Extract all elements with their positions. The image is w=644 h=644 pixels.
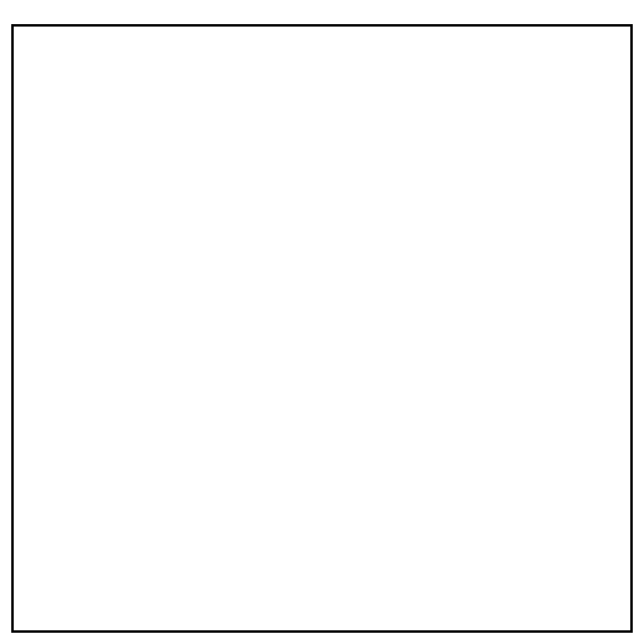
chart-area bbox=[11, 24, 633, 633]
bottleneck-curve bbox=[14, 27, 630, 630]
